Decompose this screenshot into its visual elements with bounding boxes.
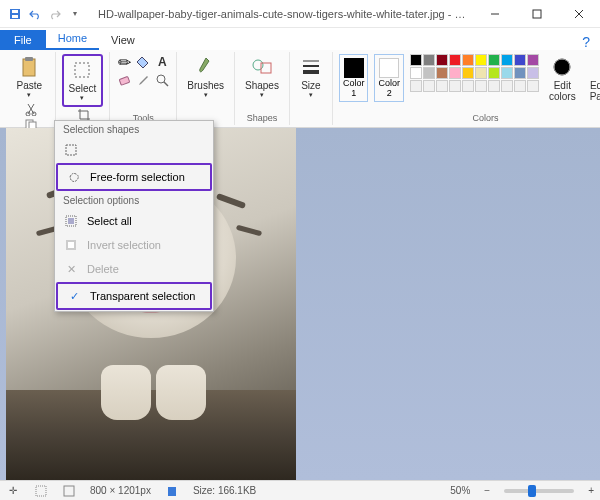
color-swatch[interactable] (514, 67, 526, 79)
color2-button[interactable]: Color 2 (374, 54, 404, 102)
select-icon (71, 59, 93, 81)
svg-rect-2 (12, 10, 18, 13)
ribbon-group-shapes: Shapes ▾ Shapes (235, 52, 290, 125)
color-swatch[interactable] (423, 67, 435, 79)
size-icon (300, 56, 322, 78)
status-dimensions-icon (62, 484, 76, 498)
picker-icon[interactable] (135, 72, 151, 88)
brushes-button[interactable]: Brushes ▾ (183, 54, 228, 101)
svg-rect-29 (68, 242, 74, 248)
freeform-select-icon (66, 169, 82, 185)
quick-access-toolbar: ▾ (0, 7, 90, 21)
shapes-icon (251, 56, 273, 78)
ribbon-group-image: Select ▾ Image (56, 52, 111, 125)
magnifier-icon[interactable] (154, 72, 170, 88)
qat-dropdown-icon[interactable]: ▾ (68, 7, 82, 21)
color-swatch[interactable] (410, 67, 422, 79)
svg-rect-31 (64, 486, 74, 496)
color1-button[interactable]: Color 1 (339, 54, 369, 102)
menu-item-freeform-selection[interactable]: Free-form selection (58, 165, 210, 189)
color-palette[interactable] (410, 54, 539, 92)
color-swatch[interactable] (501, 54, 513, 66)
color-swatch[interactable] (488, 67, 500, 79)
color-swatch[interactable] (436, 80, 448, 92)
color-swatch[interactable] (462, 80, 474, 92)
svg-rect-4 (533, 10, 541, 18)
color-swatch[interactable] (449, 67, 461, 79)
maximize-button[interactable] (516, 0, 558, 28)
shapes-group-label: Shapes (247, 113, 278, 123)
color-swatch[interactable] (436, 54, 448, 66)
brush-icon (195, 56, 217, 78)
svg-line-17 (164, 82, 168, 86)
color-swatch[interactable] (475, 80, 487, 92)
color-swatch[interactable] (527, 80, 539, 92)
svg-rect-27 (68, 218, 74, 224)
color-swatch[interactable] (410, 54, 422, 66)
svg-rect-1 (12, 15, 18, 18)
color-swatch[interactable] (462, 54, 474, 66)
svg-rect-25 (66, 145, 76, 155)
svg-point-16 (157, 75, 165, 83)
rect-select-icon (63, 142, 79, 158)
shapes-button[interactable]: Shapes ▾ (241, 54, 283, 101)
zoom-out-button[interactable]: − (484, 485, 490, 496)
close-button[interactable] (558, 0, 600, 28)
paste-button[interactable]: Paste ▾ (12, 54, 46, 101)
fill-icon[interactable] (135, 54, 151, 70)
color-swatch[interactable] (501, 80, 513, 92)
color-swatch[interactable] (501, 67, 513, 79)
color-swatch[interactable] (475, 54, 487, 66)
color-swatch[interactable] (410, 80, 422, 92)
filesize-icon (165, 484, 179, 498)
text-icon[interactable]: A (154, 54, 170, 70)
edit-colors-button[interactable]: Edit colors (545, 54, 580, 104)
save-icon[interactable] (8, 7, 22, 21)
color-swatch[interactable] (423, 54, 435, 66)
zoom-slider[interactable] (504, 489, 574, 493)
undo-icon[interactable] (28, 7, 42, 21)
color-swatch[interactable] (514, 80, 526, 92)
invert-label: Invert selection (87, 239, 161, 251)
help-icon[interactable]: ? (582, 34, 590, 50)
transparent-label: Transparent selection (90, 290, 195, 302)
tab-view[interactable]: View (99, 30, 147, 50)
minimize-button[interactable] (474, 0, 516, 28)
svg-rect-13 (75, 63, 89, 77)
eraser-icon[interactable] (116, 72, 132, 88)
svg-rect-8 (25, 57, 33, 61)
cut-icon[interactable] (23, 101, 39, 117)
color-swatch[interactable] (462, 67, 474, 79)
menu-item-delete: ✕ Delete (55, 257, 213, 281)
color-swatch[interactable] (436, 67, 448, 79)
size-button[interactable]: Size ▾ (296, 54, 326, 101)
paste-label: Paste (16, 80, 42, 91)
color-swatch[interactable] (423, 80, 435, 92)
paint3d-button[interactable]: Edit with Paint 3D (586, 54, 600, 104)
chevron-down-icon: ▾ (309, 91, 313, 99)
zoom-in-button[interactable]: + (588, 485, 594, 496)
delete-label: Delete (87, 263, 119, 275)
svg-rect-15 (120, 76, 131, 85)
select-label: Select (69, 83, 97, 94)
svg-rect-30 (36, 486, 46, 496)
chevron-down-icon: ▾ (27, 91, 31, 99)
tab-file[interactable]: File (0, 30, 46, 50)
paste-icon (18, 56, 40, 78)
menu-item-transparent-selection[interactable]: ✓ Transparent selection (58, 284, 210, 308)
color-swatch[interactable] (488, 80, 500, 92)
color-swatch[interactable] (449, 80, 461, 92)
redo-icon[interactable] (48, 7, 62, 21)
select-button[interactable]: Select ▾ (65, 57, 101, 104)
tab-home[interactable]: Home (46, 28, 99, 50)
chevron-down-icon: ▾ (260, 91, 264, 99)
color-swatch[interactable] (514, 54, 526, 66)
color-swatch[interactable] (449, 54, 461, 66)
color-swatch[interactable] (527, 67, 539, 79)
pencil-icon[interactable]: ✏ (116, 54, 132, 70)
menu-item-select-all[interactable]: Select all (55, 209, 213, 233)
color-swatch[interactable] (527, 54, 539, 66)
color-swatch[interactable] (488, 54, 500, 66)
menu-item-rectangular-selection[interactable]: Rectangular selection (55, 138, 213, 162)
color-swatch[interactable] (475, 67, 487, 79)
